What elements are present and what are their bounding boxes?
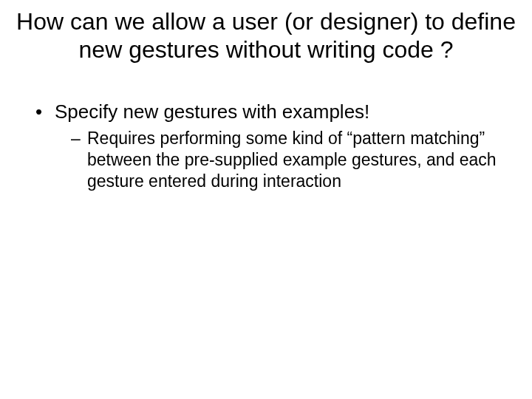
sub-bullet-item: Requires performing some kind of “patter…: [71, 128, 517, 191]
sub-bullet-text: Requires performing some kind of “patter…: [87, 129, 497, 191]
slide: How can we allow a user (or designer) to…: [0, 0, 532, 399]
bullet-list: Specify new gestures with examples! Requ…: [35, 100, 517, 192]
slide-title: How can we allow a user (or designer) to…: [15, 7, 517, 64]
bullet-text: Specify new gestures with examples!: [55, 100, 369, 123]
bullet-item: Specify new gestures with examples! Requ…: [35, 100, 517, 192]
sub-bullet-list: Requires performing some kind of “patter…: [55, 128, 517, 191]
slide-body: Specify new gestures with examples! Requ…: [15, 100, 517, 192]
